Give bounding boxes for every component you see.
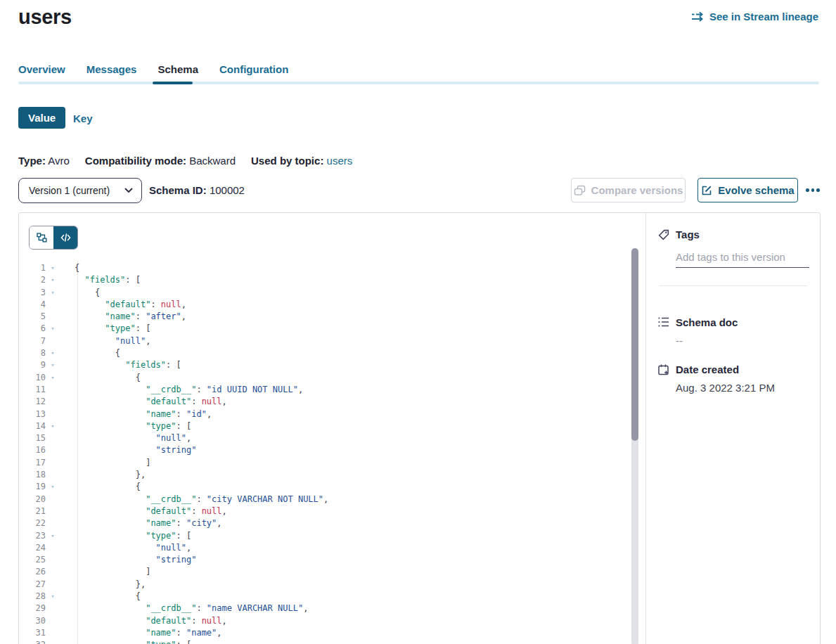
code-line: 6▾ "type": [	[19, 323, 645, 335]
code-line: 18 },	[19, 469, 645, 481]
compare-versions-button[interactable]: Compare versions	[571, 178, 686, 202]
code-line: 20 "__crdb__": "city VARCHAR NOT NULL",	[19, 494, 645, 505]
line-number: 6	[19, 323, 46, 335]
fold-arrow-icon[interactable]: ▾	[46, 481, 60, 493]
line-number: 19	[19, 481, 46, 493]
editor-scrollbar-thumb[interactable]	[631, 248, 638, 441]
fold-spacer	[46, 311, 60, 323]
line-number: 8	[19, 347, 46, 359]
code-line: 7 "null",	[19, 335, 645, 347]
topic-link[interactable]: users	[327, 155, 353, 167]
fold-spacer	[46, 517, 60, 529]
code-text: "__crdb__": "city VARCHAR NOT NULL",	[60, 494, 328, 505]
line-number: 16	[19, 444, 46, 456]
fold-arrow-icon[interactable]: ▾	[46, 323, 60, 335]
type-label: Type:	[18, 155, 46, 167]
fold-spacer	[46, 542, 60, 554]
line-number: 22	[19, 517, 46, 529]
evolve-schema-button[interactable]: Evolve schema	[697, 178, 798, 202]
compare-versions-label: Compare versions	[591, 184, 683, 196]
code-line: 3▾ {	[19, 287, 645, 299]
tree-view-icon	[37, 233, 47, 243]
line-number: 12	[19, 396, 46, 408]
schema-id-label: Schema ID:	[149, 184, 207, 196]
schema-meta: Type: Avro Compatibility mode: Backward …	[18, 155, 368, 167]
key-toggle-button[interactable]: Key	[73, 112, 93, 124]
code-line: 12 "default": null,	[19, 396, 645, 408]
code-text: "__crdb__": "id UUID NOT NULL",	[60, 384, 303, 396]
edit-icon	[701, 185, 712, 196]
line-number: 5	[19, 311, 46, 323]
fold-arrow-icon[interactable]: ▾	[46, 262, 60, 274]
fold-arrow-icon[interactable]: ▾	[46, 372, 60, 384]
tree-view-button[interactable]	[30, 226, 53, 249]
code-line: 14▾ "type": [	[19, 420, 645, 432]
tab-configuration[interactable]: Configuration	[219, 63, 288, 75]
line-number: 11	[19, 384, 46, 396]
fold-arrow-icon[interactable]: ▾	[46, 347, 60, 359]
schema-id: Schema ID: 100002	[149, 178, 245, 203]
line-number: 9	[19, 359, 46, 371]
calendar-plus-icon	[657, 363, 670, 379]
tab-messages[interactable]: Messages	[86, 63, 137, 75]
line-number: 3	[19, 287, 46, 299]
fold-arrow-icon[interactable]: ▾	[46, 530, 60, 542]
tab-schema[interactable]: Schema	[157, 63, 198, 75]
value-toggle-button[interactable]: Value	[18, 107, 65, 129]
fold-arrow-icon[interactable]: ▾	[46, 359, 60, 371]
code-line: 19▾ {	[19, 481, 645, 493]
code-line: 30 "default": null,	[19, 615, 645, 627]
code-text: ]	[60, 566, 150, 578]
code-line: 25 "string"	[19, 554, 645, 566]
compatibility-value: Backward	[189, 155, 236, 167]
fold-spacer	[46, 566, 60, 578]
type-value: Avro	[48, 155, 70, 167]
code-line: 15 "null",	[19, 432, 645, 444]
fold-spacer	[46, 505, 60, 517]
fold-spacer	[46, 579, 60, 591]
tags-input[interactable]	[676, 248, 809, 268]
fold-arrow-icon[interactable]: ▾	[46, 420, 60, 432]
schema-page: users See in Stream lineage OverviewMess…	[0, 0, 836, 644]
sidebar-divider	[659, 285, 807, 286]
fold-arrow-icon[interactable]: ▾	[46, 287, 60, 299]
code-view-button[interactable]	[53, 226, 77, 249]
code-text: "type": [	[60, 323, 150, 335]
date-created-title: Date created	[676, 363, 739, 375]
line-number: 4	[19, 299, 46, 311]
line-number: 28	[19, 591, 46, 603]
code-text: "type": [	[60, 420, 191, 432]
code-line: 9▾ "fields": [	[19, 359, 645, 371]
code-text: "name": "city",	[60, 517, 222, 529]
code-text: "null",	[60, 335, 150, 347]
code-line: 28▾ {	[19, 591, 645, 603]
code-line: 31 "name": "name",	[19, 627, 645, 639]
compatibility-label: Compatibility mode:	[85, 155, 186, 167]
version-select[interactable]: Version 1 (current)	[18, 178, 142, 203]
tags-title: Tags	[676, 228, 700, 240]
more-options-button[interactable]	[806, 178, 820, 202]
code-text: "string"	[60, 554, 196, 566]
line-number: 29	[19, 603, 46, 614]
fold-arrow-icon[interactable]: ▾	[46, 591, 60, 603]
code-text: "string"	[60, 444, 196, 456]
code-line: 32▾ "type": [	[19, 639, 645, 644]
schema-doc-title: Schema doc	[676, 316, 738, 328]
code-text: ]	[60, 457, 150, 469]
line-number: 17	[19, 457, 46, 469]
line-number: 25	[19, 554, 46, 566]
code-line: 22 "name": "city",	[19, 517, 645, 529]
code-text: "fields": [	[60, 274, 141, 286]
code-line: 26 ]	[19, 566, 645, 578]
line-number: 32	[19, 639, 46, 644]
code-line: 8▾ {	[19, 347, 645, 359]
line-number: 18	[19, 469, 46, 481]
tab-overview[interactable]: Overview	[18, 63, 65, 75]
line-number: 20	[19, 494, 46, 505]
stream-lineage-link[interactable]: See in Stream lineage	[691, 11, 818, 22]
fold-arrow-icon[interactable]: ▾	[46, 274, 60, 286]
fold-arrow-icon[interactable]: ▾	[46, 639, 60, 644]
schema-id-value: 100002	[210, 184, 245, 196]
fold-spacer	[46, 627, 60, 639]
code-text: {	[60, 591, 141, 603]
